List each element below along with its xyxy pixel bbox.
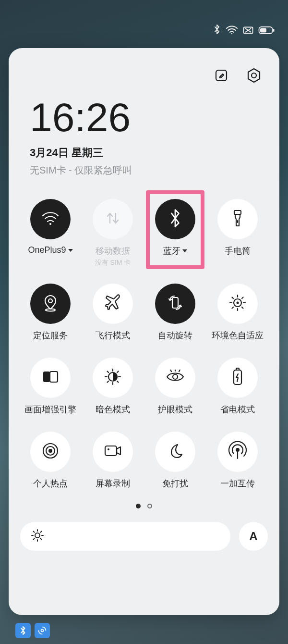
- pager-dot-0[interactable]: [136, 504, 141, 508]
- tile-dnd[interactable]: 免打扰: [144, 432, 206, 489]
- tile-wifi[interactable]: OnePlus9: [19, 199, 82, 267]
- wifi-icon: [226, 25, 238, 35]
- svg-point-0: [231, 33, 232, 34]
- battery-toggle[interactable]: [217, 358, 258, 398]
- bluetooth-icon: [169, 209, 181, 230]
- date-line: 3月24日 星期三: [30, 146, 259, 160]
- tile-battery[interactable]: 省电模式: [206, 358, 269, 415]
- tile-eyecare[interactable]: 护眼模式: [144, 358, 206, 415]
- screenrec-label: 屏幕录制: [96, 478, 130, 489]
- svg-rect-6: [260, 28, 266, 33]
- flashlight-toggle[interactable]: [217, 199, 258, 239]
- record-icon: [103, 443, 122, 460]
- enhance-toggle[interactable]: [30, 358, 71, 398]
- tile-flashlight[interactable]: 手电筒: [206, 199, 269, 267]
- chevron-down-icon: [182, 249, 187, 252]
- hotspot-toggle[interactable]: [30, 432, 71, 472]
- status-bar: [0, 0, 288, 43]
- svg-line-33: [108, 372, 109, 373]
- dnd-toggle[interactable]: [155, 432, 195, 472]
- svg-point-14: [46, 309, 55, 311]
- svg-point-47: [108, 448, 109, 450]
- tile-airplane[interactable]: 飞行模式: [82, 284, 144, 341]
- eye-icon: [165, 370, 185, 386]
- mini-app-bluetooth[interactable]: [15, 623, 31, 638]
- bluetooth-label: 蓝牙: [163, 245, 187, 257]
- no-sim-icon: [243, 26, 253, 35]
- screenrec-toggle[interactable]: [93, 432, 133, 472]
- adaptivecolor-toggle[interactable]: [217, 284, 258, 324]
- settings-button[interactable]: [244, 65, 264, 86]
- svg-rect-5: [273, 29, 275, 32]
- battery-icon: [231, 367, 244, 388]
- svg-point-59: [41, 630, 44, 632]
- bottom-row: A: [19, 522, 269, 551]
- chevron-down-icon: [68, 249, 73, 252]
- darkmode-icon: [104, 368, 122, 388]
- eyecare-toggle[interactable]: [155, 358, 195, 398]
- dnd-label: 免打扰: [162, 478, 188, 489]
- battery-label: 省电模式: [220, 404, 255, 415]
- tile-share[interactable]: 一加互传: [206, 432, 269, 489]
- hotspot-icon: [41, 441, 60, 462]
- tile-hotspot[interactable]: 个人热点: [19, 432, 82, 489]
- share-label: 一加互传: [220, 478, 255, 489]
- airplane-label: 飞行模式: [96, 330, 130, 341]
- mobile-data-sublabel: 没有 SIM 卡: [95, 259, 131, 267]
- page-indicator: [19, 504, 269, 508]
- svg-rect-46: [105, 446, 117, 456]
- brightness-auto-icon: [228, 294, 247, 314]
- quick-settings-panel: 16:26 3月24日 星期三 无SIM卡 - 仅限紧急呼叫 OnePlus9移…: [9, 48, 279, 615]
- svg-line-56: [40, 538, 41, 539]
- tile-darkmode[interactable]: 暗色模式: [82, 358, 144, 415]
- flashlight-icon: [231, 209, 244, 230]
- svg-line-55: [34, 532, 35, 533]
- mobile-data-label: 移动数据: [96, 245, 130, 257]
- svg-point-43: [48, 449, 52, 453]
- airplane-toggle[interactable]: [93, 284, 133, 324]
- battery-icon: [258, 26, 275, 35]
- brightness-icon: [31, 529, 44, 544]
- bluetooth-icon: [213, 24, 221, 35]
- share-toggle[interactable]: [217, 432, 258, 472]
- svg-line-38: [170, 370, 171, 372]
- broadcast-icon: [228, 441, 247, 462]
- autorotate-toggle[interactable]: [155, 284, 195, 324]
- wifi-toggle[interactable]: [30, 199, 71, 239]
- svg-line-58: [40, 532, 41, 533]
- svg-rect-11: [234, 211, 241, 214]
- location-toggle[interactable]: [30, 284, 71, 324]
- darkmode-toggle[interactable]: [93, 358, 133, 398]
- hotspot-label: 个人热点: [33, 478, 68, 489]
- rotate-icon: [166, 294, 184, 314]
- mobile-data-toggle: [93, 199, 133, 239]
- enhance-icon: [41, 370, 60, 386]
- tile-adaptivecolor[interactable]: 环境色自适应: [206, 284, 269, 341]
- svg-point-10: [49, 223, 51, 225]
- svg-line-35: [108, 381, 109, 383]
- tile-autorotate[interactable]: 自动旋转: [144, 284, 206, 341]
- svg-point-37: [173, 374, 178, 379]
- svg-line-40: [179, 370, 180, 372]
- sim-status: 无SIM卡 - 仅限紧急呼叫: [30, 164, 259, 177]
- moon-icon: [167, 443, 183, 461]
- brightness-slider[interactable]: [20, 522, 230, 551]
- svg-line-57: [34, 538, 35, 539]
- svg-line-36: [117, 372, 119, 373]
- tile-mobile-data: 移动数据没有 SIM 卡: [82, 199, 144, 267]
- mini-app-share[interactable]: [35, 623, 50, 638]
- adaptivecolor-label: 环境色自适应: [212, 330, 264, 341]
- wifi-icon: [41, 210, 60, 228]
- autorotate-label: 自动旋转: [158, 330, 192, 341]
- tile-screenrec[interactable]: 屏幕录制: [82, 432, 144, 489]
- bluetooth-toggle[interactable]: [155, 199, 195, 239]
- pager-dot-1[interactable]: [147, 504, 152, 508]
- location-label: 定位服务: [33, 330, 68, 341]
- tile-bluetooth[interactable]: 蓝牙: [144, 199, 206, 267]
- tile-enhance[interactable]: 画面增强引擎: [19, 358, 82, 415]
- auto-brightness-button[interactable]: A: [239, 522, 268, 551]
- tile-location[interactable]: 定位服务: [19, 284, 82, 341]
- edit-button[interactable]: [211, 65, 231, 86]
- svg-point-13: [48, 299, 52, 303]
- svg-rect-26: [43, 372, 50, 382]
